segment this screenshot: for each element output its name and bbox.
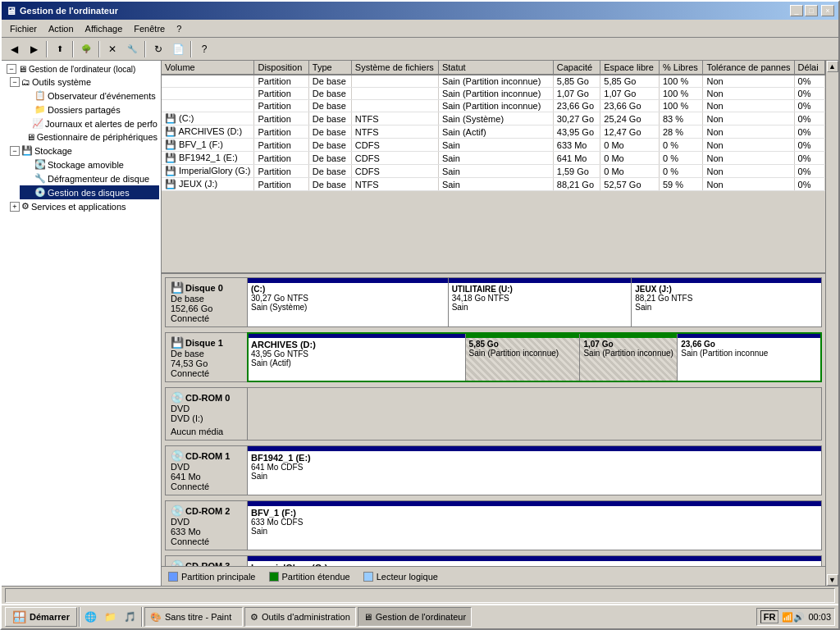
- col-header-filesystem[interactable]: Système de fichiers: [351, 61, 438, 75]
- tree-expand-root[interactable]: −: [7, 64, 16, 74]
- tree-observateur[interactable]: 📋 Observateur d'événements: [20, 89, 159, 103]
- disk0-part-j[interactable]: JEUX (J:) 88,21 Go NTFS Sain: [632, 278, 821, 326]
- table-cell-5: 23,66 Go: [553, 100, 600, 112]
- cdrom2-status: Connecté: [171, 536, 242, 546]
- cdrom1-label: BF1942_1 (E:): [251, 453, 818, 463]
- cdrom1-content[interactable]: BF1942_1 (E:) 641 Mo CDFS Sain: [248, 446, 821, 495]
- expand-stockage[interactable]: −: [10, 146, 20, 156]
- services-icon: ⚙: [21, 201, 30, 212]
- quicklaunch-folder[interactable]: 📁: [102, 608, 120, 626]
- table-cell-5: 43,95 Go: [553, 126, 600, 139]
- menu-affichage[interactable]: Affichage: [80, 22, 128, 35]
- menu-fenetre[interactable]: Fenêtre: [129, 22, 170, 35]
- maximize-button[interactable]: □: [805, 5, 818, 16]
- tree-panel: − 🖥 Gestion de l'ordinateur (local) − 🗂 …: [2, 61, 162, 586]
- close-button[interactable]: ×: [821, 5, 834, 16]
- tree-gestion-disques[interactable]: 💿 Gestion des disques: [20, 185, 159, 199]
- volume-icon: 💾: [165, 126, 178, 136]
- tree-outils-systeme[interactable]: − 🗂 Outils système: [7, 75, 159, 89]
- table-cell-0: [162, 100, 254, 112]
- cdrom3-content[interactable]: ImperialGlory (G:) 1,59 Go CDFS Sain: [248, 556, 821, 566]
- table-row[interactable]: PartitionDe baseSain (Partition inconnue…: [162, 88, 825, 100]
- tree-stockage[interactable]: − 💾 Stockage: [7, 144, 159, 158]
- taskbar-admin[interactable]: ⚙ Outils d'administration: [244, 607, 356, 627]
- show-hide-tree[interactable]: 🌳: [77, 40, 95, 58]
- menu-fichier[interactable]: Fichier: [5, 22, 42, 35]
- tree-defragmenteur[interactable]: 🔧 Défragmenteur de disque: [20, 171, 159, 185]
- taskbar-computer[interactable]: 🖥 Gestion de l'ordinateur: [358, 607, 472, 627]
- minimize-button[interactable]: _: [790, 5, 803, 16]
- expand-services[interactable]: +: [10, 202, 20, 212]
- cdrom2-detail1: 633 Mo CDFS: [251, 518, 818, 527]
- disk1-part-archives[interactable]: ARCHIVES (D:) 43,95 Go NTFS Sain (Actif): [248, 333, 466, 381]
- tree-root-label: Gestion de l'ordinateur (local): [29, 65, 135, 74]
- export-button[interactable]: 📄: [169, 40, 187, 58]
- table-cell-4: Sain: [438, 152, 553, 165]
- table-row[interactable]: 💾 JEUX (J:)PartitionDe baseNTFSSain88,21…: [162, 178, 825, 191]
- table-cell-6: 52,57 Go: [600, 178, 660, 191]
- quicklaunch-ie[interactable]: 🌐: [82, 608, 100, 626]
- col-header-disposition[interactable]: Disposition: [254, 61, 308, 75]
- tree-root[interactable]: − 🖥 Gestion de l'ordinateur (local): [3, 62, 159, 75]
- outils-label: Outils système: [32, 77, 91, 87]
- start-button[interactable]: 🪟 Démarrer: [5, 607, 77, 627]
- scroll-down-button[interactable]: ▼: [827, 574, 838, 586]
- table-row[interactable]: PartitionDe baseSain (Partition inconnue…: [162, 75, 825, 88]
- taskbar-sep-1: [79, 607, 80, 627]
- table-cell-4: Sain (Partition inconnue): [438, 100, 553, 112]
- col-header-capacity[interactable]: Capacité: [553, 61, 600, 75]
- col-header-type[interactable]: Type: [308, 61, 351, 75]
- col-header-free[interactable]: Espace libre: [600, 61, 660, 75]
- col-header-pct[interactable]: % Libres: [659, 61, 702, 75]
- menu-help[interactable]: ?: [171, 22, 186, 35]
- disk1-part-unalloc1[interactable]: 5,85 Go Sain (Partition inconnue): [466, 333, 581, 381]
- table-row[interactable]: PartitionDe baseSain (Partition inconnue…: [162, 100, 825, 112]
- cdrom0-status: Aucun média: [171, 427, 242, 436]
- cdrom2-content[interactable]: BFV_1 (F:) 633 Mo CDFS Sain: [248, 501, 821, 550]
- col-header-volume[interactable]: Volume: [162, 61, 254, 75]
- disk0-part-u-header: [449, 278, 632, 283]
- expand-outils[interactable]: −: [10, 77, 20, 87]
- disk1-part-unalloc2-status: Sain (Partition inconnue): [583, 349, 673, 358]
- table-row[interactable]: 💾 ARCHIVES (D:)PartitionDe baseNTFSSain …: [162, 126, 825, 139]
- start-label: Démarrer: [30, 612, 70, 622]
- table-cell-0: 💾 (C:): [162, 112, 254, 126]
- defrag-label: Défragmenteur de disque: [48, 174, 149, 184]
- disk1-part-unalloc2[interactable]: 1,07 Go Sain (Partition inconnue): [580, 333, 678, 381]
- delete-button[interactable]: ✕: [103, 40, 121, 58]
- tree-stockage-amovible[interactable]: 💽 Stockage amovible: [20, 158, 159, 171]
- properties-button[interactable]: 🔧: [123, 40, 141, 58]
- taskbar-admin-label: Outils d'administration: [262, 612, 350, 622]
- tree-journaux[interactable]: 📈 Journaux et alertes de perfo: [20, 116, 159, 130]
- col-header-status[interactable]: Statut: [438, 61, 553, 75]
- table-row[interactable]: 💾 ImperialGlory (G:)PartitionDe baseCDFS…: [162, 165, 825, 178]
- table-cell-8: Non: [703, 88, 794, 100]
- quicklaunch-media[interactable]: 🎵: [121, 608, 139, 626]
- computer-taskbar-icon: 🖥: [363, 612, 372, 622]
- cdrom0-row: 💿 CD-ROM 0 DVD DVD (I:) Aucun média: [165, 387, 822, 441]
- col-header-fault[interactable]: Tolérance de pannes: [703, 61, 794, 75]
- tree-dossiers[interactable]: 📁 Dossiers partagés: [20, 103, 159, 116]
- disk1-part-archives-size: 43,95 Go NTFS: [251, 349, 462, 358]
- up-button[interactable]: ⬆: [51, 40, 69, 58]
- disk0-part-c[interactable]: (C:) 30,27 Go NTFS Sain (Système): [248, 278, 449, 326]
- menu-action[interactable]: Action: [43, 22, 79, 35]
- taskbar-paint[interactable]: 🎨 Sans titre - Paint: [144, 607, 243, 627]
- help-button[interactable]: ?: [195, 40, 213, 58]
- forward-button[interactable]: ▶: [25, 40, 43, 58]
- toolbar-separator-3: [98, 41, 100, 57]
- scroll-up-button[interactable]: ▲: [827, 61, 838, 72]
- tree-services[interactable]: + ⚙ Services et applications: [7, 199, 159, 213]
- lang-indicator[interactable]: FR: [760, 610, 779, 623]
- refresh-button[interactable]: ↻: [149, 40, 167, 58]
- table-cell-5: 1,07 Go: [553, 88, 600, 100]
- table-row[interactable]: 💾 BFV_1 (F:)PartitionDe baseCDFSSain633 …: [162, 139, 825, 152]
- col-header-delay[interactable]: Délai: [794, 61, 824, 75]
- table-row[interactable]: 💾 (C:)PartitionDe baseNTFSSain (Système)…: [162, 112, 825, 126]
- table-row[interactable]: 💾 BF1942_1 (E:)PartitionDe baseCDFSSain6…: [162, 152, 825, 165]
- disk0-part-j-name: JEUX (J:): [635, 285, 818, 294]
- disk1-part-23[interactable]: 23,66 Go Sain (Partition inconnue: [678, 333, 821, 381]
- back-button[interactable]: ◀: [5, 40, 23, 58]
- disk0-part-u[interactable]: UTILITAIRE (U:) 34,18 Go NTFS Sain: [449, 278, 632, 326]
- tree-gestionnaire[interactable]: 🖥 Gestionnaire de périphériques: [20, 130, 159, 144]
